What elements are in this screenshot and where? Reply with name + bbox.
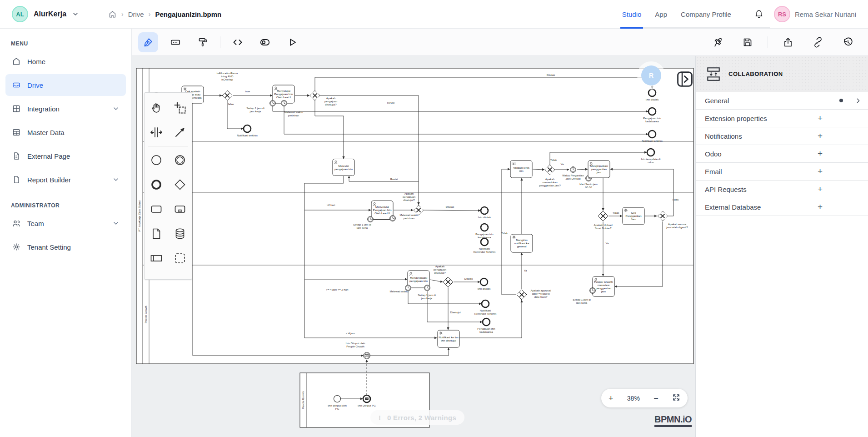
panel-section-api-requests[interactable]: API Requests + — [696, 181, 868, 198]
global-connect-tool[interactable] — [168, 120, 192, 145]
breadcrumb-file: PengajuanIzin.bpmn — [155, 10, 221, 18]
timer-pg[interactable] — [590, 288, 596, 294]
panel-section-extension-properties[interactable]: Extension properties + — [696, 110, 868, 127]
properties-panel-header: COLLABORATION — [696, 56, 868, 92]
create-start-event[interactable] — [145, 148, 168, 172]
user-avatar: RS — [774, 6, 790, 22]
task-notif-general[interactable]: Mengirimnotifikasi kegeneral — [511, 234, 533, 252]
task-approve-lead2[interactable]: MenyetujuiPengajuan IzinOleh Lead II — [371, 201, 393, 220]
flow-label: Ditolak — [547, 74, 555, 76]
sidebar-item-integration[interactable]: Integration — [5, 98, 126, 120]
editor-toolbar — [132, 29, 868, 56]
add-external-database-button[interactable]: + — [818, 202, 823, 212]
timer-lead1-b[interactable] — [281, 100, 287, 106]
master-data-icon — [12, 128, 21, 137]
flow-label: Tidak — [550, 159, 557, 161]
lasso-tool[interactable] — [168, 95, 192, 120]
svg-text:Izin ditolak: Izin ditolak — [478, 287, 491, 290]
zoom-in-button[interactable]: + — [609, 394, 614, 402]
space-tool[interactable] — [145, 120, 168, 145]
panel-section-external-database[interactable]: External Database + — [696, 198, 868, 216]
create-participant[interactable] — [145, 246, 168, 271]
user-menu[interactable]: RS Rema Sekar Nuriani — [774, 6, 856, 22]
svg-text:Izin ditolak: Izin ditolak — [646, 98, 659, 101]
chevron-right-icon — [854, 97, 862, 105]
create-task[interactable] — [145, 197, 168, 221]
sidebar-item-team[interactable]: Team — [5, 212, 126, 234]
zoom-out-button[interactable]: − — [653, 394, 658, 402]
svg-text:Notifikasi terkirim: Notifikasi terkirim — [642, 140, 663, 142]
flow-label: Izin Diinput olehPeople Growth — [346, 342, 365, 348]
fit-viewport-button[interactable] — [672, 393, 680, 403]
notifications-bell-icon[interactable] — [754, 9, 764, 19]
add-email-button[interactable]: + — [818, 166, 823, 176]
export-button[interactable] — [778, 32, 798, 52]
panel-section-odoo[interactable]: Odoo + — [696, 145, 868, 163]
panel-section-email[interactable]: Email + — [696, 163, 868, 181]
breadcrumb-drive[interactable]: Drive — [128, 10, 144, 18]
panel-section-notifications[interactable]: Notifications + — [696, 127, 868, 145]
create-intermediate-event[interactable] — [168, 148, 192, 172]
add-notification-button[interactable]: + — [818, 131, 823, 141]
flow-label: Revisi — [387, 101, 394, 104]
timer-lead2-b[interactable] — [390, 216, 396, 221]
sidebar-item-report-builder[interactable]: Report Builder — [5, 169, 126, 191]
sidebar-item-drive[interactable]: Drive — [5, 74, 126, 96]
sidebar-item-tenant-setting[interactable]: Tenant Setting — [5, 236, 126, 258]
task-merevisi[interactable]: Merevisipengajuan izin — [333, 159, 354, 176]
tab-company-profile[interactable]: Company Profile — [681, 0, 731, 28]
workspace-switcher[interactable]: AL AlurKerja — [0, 6, 79, 22]
create-end-event[interactable] — [145, 172, 168, 197]
add-extension-property-button[interactable]: + — [818, 113, 823, 123]
bpmn-diagram[interactable]: PT. AlurKerja Cipta SolusiLead ITimLead … — [132, 56, 695, 437]
sidebar-item-master-data[interactable]: Master Data — [5, 121, 126, 143]
add-api-request-button[interactable]: + — [818, 184, 823, 194]
collaboration-icon — [705, 65, 722, 83]
timer-lead1-a[interactable] — [270, 100, 276, 106]
task-notif-tim[interactable]: Notifikasi ke timizin disetujui — [438, 330, 459, 347]
timer-evaluasi-b[interactable] — [424, 285, 430, 291]
bpmn-io-logo[interactable]: BPMN.iO — [654, 414, 692, 427]
task-cek-jam[interactable]: CekPenggantianJam — [623, 207, 644, 225]
history-button[interactable] — [838, 32, 858, 52]
add-odoo-button[interactable]: + — [818, 149, 823, 159]
create-data-store[interactable] — [168, 221, 192, 246]
flow-label: < 4 jam — [346, 332, 355, 335]
xml-view-button[interactable] — [228, 32, 248, 52]
flow-label: Ditolak — [464, 277, 473, 280]
create-group[interactable] — [168, 246, 192, 271]
task-validasi[interactable]: Validasi jenisizin — [510, 161, 532, 178]
home-icon[interactable] — [108, 10, 117, 19]
run-button[interactable] — [282, 32, 302, 52]
tab-app[interactable]: App — [655, 0, 667, 28]
sidebar-item-external-page[interactable]: External Page — [5, 145, 126, 167]
save-button[interactable] — [738, 32, 758, 52]
panel-section-general[interactable]: General — [696, 92, 868, 110]
task-pg-review[interactable]: People Growthmereviewpenggantianjam — [593, 276, 614, 296]
msg-catch-izin[interactable] — [364, 352, 370, 359]
panel-toggle-icon — [676, 70, 693, 88]
deploy-button[interactable] — [708, 32, 728, 52]
tab-studio[interactable]: Studio — [622, 0, 642, 28]
panel-section-label: Email — [705, 168, 722, 176]
history-icon — [843, 37, 853, 48]
properties-panel-toggle[interactable] — [676, 70, 693, 88]
style-tool-button[interactable] — [193, 32, 213, 52]
flow-label: Tidak — [501, 232, 508, 235]
sidebar-item-home[interactable]: Home — [5, 50, 126, 72]
task-menginput[interactable]: Menginputkanpenggantianjam — [588, 161, 610, 178]
create-data-object[interactable] — [145, 221, 168, 246]
hand-tool[interactable] — [145, 95, 168, 120]
preview-button[interactable] — [255, 32, 275, 52]
create-subprocess[interactable] — [168, 197, 192, 221]
create-gateway[interactable] — [168, 172, 192, 197]
timer-lead2-a[interactable] — [368, 216, 374, 222]
share-link-button[interactable] — [808, 32, 828, 52]
bpmn-canvas[interactable]: PT. AlurKerja Cipta SolusiLead ITimLead … — [132, 56, 695, 437]
flow-label: Disetujui — [450, 311, 460, 314]
form-tool-button[interactable] — [165, 32, 185, 52]
validation-status[interactable]: ! 0 Errors, 2 Warnings — [370, 410, 464, 425]
flow-label: Apakah semuajam telah diganti? — [666, 223, 688, 229]
external-page-icon — [12, 151, 21, 161]
design-tool-button[interactable] — [138, 32, 158, 52]
